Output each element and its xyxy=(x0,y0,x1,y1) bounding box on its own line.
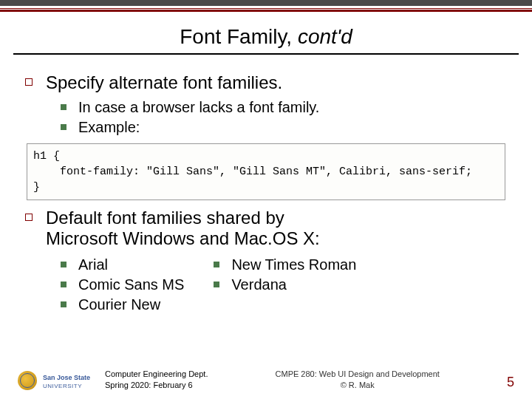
footer-left: San Jose State UNIVERSITY Computer Engin… xyxy=(18,369,208,390)
footer-dept-line2: Spring 2020: February 6 xyxy=(105,380,208,390)
sub-1a-text: In case a browser lacks a font family. xyxy=(78,99,319,116)
bullet-2-line2: Microsoft Windows and Mac.OS X: xyxy=(46,228,320,248)
title-italic: cont'd xyxy=(298,25,352,48)
footer-dept-line1: Computer Engineering Dept. xyxy=(105,369,208,379)
font-item: New Times Roman xyxy=(231,256,356,273)
font-item: Arial xyxy=(78,256,108,273)
sub-bullets-1: In case a browser lacks a font family. E… xyxy=(61,99,514,136)
page-number: 5 xyxy=(507,375,514,390)
filled-square-icon xyxy=(214,282,219,287)
slide-footer: San Jose State UNIVERSITY Computer Engin… xyxy=(0,369,532,390)
font-item: Verdana xyxy=(231,276,287,293)
university-logo-icon xyxy=(18,371,37,390)
bullet-1-text: Specify alternate font families. xyxy=(46,72,282,93)
footer-course-line1: CMPE 280: Web UI Design and Development xyxy=(276,369,440,379)
footer-institution: San Jose State xyxy=(43,374,90,383)
filled-square-icon xyxy=(61,104,66,110)
footer-dept: Computer Engineering Dept. Spring 2020: … xyxy=(105,369,208,390)
title-plain: Font Family, xyxy=(180,25,298,48)
bullet-2-text: Default font families shared by Microsof… xyxy=(46,208,320,249)
sub-1b-text: Example: xyxy=(78,119,140,136)
bullet-2-line1: Default font families shared by xyxy=(46,208,284,228)
filled-square-icon xyxy=(61,262,66,267)
footer-left-text: San Jose State UNIVERSITY xyxy=(43,374,90,390)
hollow-square-icon xyxy=(25,78,33,86)
footer-course-line2: © R. Mak xyxy=(276,380,440,390)
code-example: h1 { font-family: "Gill Sans", "Gill San… xyxy=(27,143,505,200)
bullet-1: Specify alternate font families. In case… xyxy=(25,72,514,136)
filled-square-icon xyxy=(61,124,66,130)
font-list-columns: Arial Comic Sans MS Courier New New Time… xyxy=(61,256,514,316)
top-bar xyxy=(0,0,532,6)
font-list-col2: New Times Roman Verdana xyxy=(214,256,356,316)
accent-bar-thick xyxy=(0,10,532,12)
font-item: Comic Sans MS xyxy=(78,276,184,293)
footer-university: UNIVERSITY xyxy=(43,383,90,390)
filled-square-icon xyxy=(61,301,66,307)
slide-title: Font Family, cont'd xyxy=(0,25,532,49)
accent-bar xyxy=(0,8,532,9)
bullet-2: Default font families shared by Microsof… xyxy=(25,208,514,316)
hollow-square-icon xyxy=(25,214,33,221)
footer-center: CMPE 280: Web UI Design and Development … xyxy=(276,369,440,390)
font-list-col1: Arial Comic Sans MS Courier New xyxy=(61,256,184,316)
font-item: Courier New xyxy=(78,296,160,313)
filled-square-icon xyxy=(214,262,219,267)
filled-square-icon xyxy=(61,282,66,287)
slide-content: Specify alternate font families. In case… xyxy=(0,55,532,316)
